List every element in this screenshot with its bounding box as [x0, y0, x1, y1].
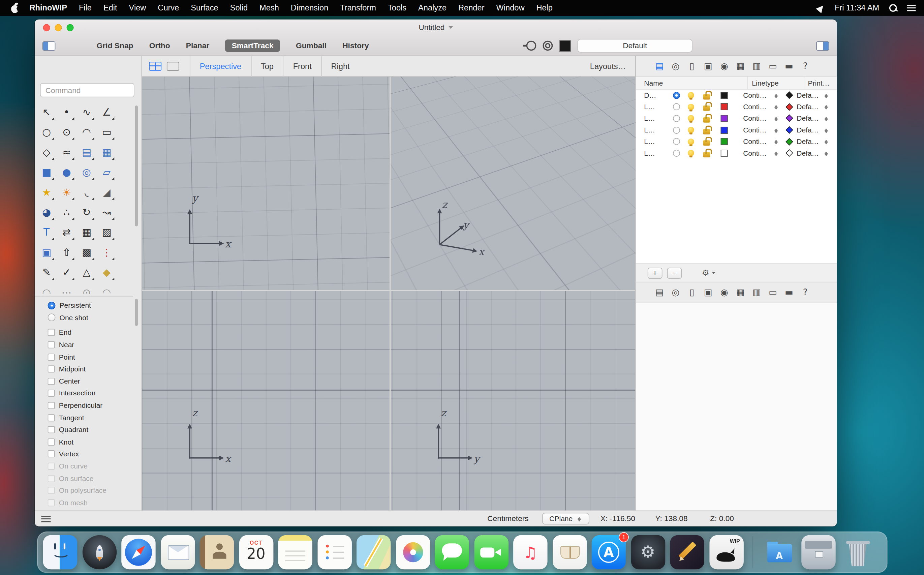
column-header-print[interactable]: Print…: [804, 79, 830, 87]
dock-calendar[interactable]: OCT 20: [239, 535, 273, 569]
dock-reminders[interactable]: [318, 535, 351, 569]
checkbox[interactable]: [48, 366, 55, 373]
dock-books[interactable]: [552, 535, 586, 569]
layer-visibility-bulb-icon[interactable]: [688, 92, 694, 98]
left-sidebar-toggle-icon[interactable]: [43, 41, 55, 51]
layouts-button[interactable]: Layouts…: [590, 62, 628, 70]
checkbox[interactable]: [48, 438, 55, 446]
dock-archive[interactable]: [801, 535, 835, 569]
help-panel-icon[interactable]: ?: [801, 287, 810, 297]
print-color-diamond[interactable]: [786, 138, 793, 145]
layer-linetype[interactable]: Conti…: [743, 103, 770, 111]
freeform-curve-tool[interactable]: ≈: [57, 142, 76, 162]
properties-panel-icon[interactable]: ◎: [671, 61, 680, 71]
cplane-widget-icon[interactable]: [526, 41, 537, 51]
menu-item[interactable]: Mesh: [254, 3, 285, 12]
analyze-tool[interactable]: △: [76, 262, 96, 282]
notes-panel-icon[interactable]: ▯: [687, 61, 697, 71]
box-tool[interactable]: ■: [37, 162, 56, 182]
osnap-option-row[interactable]: On surface: [48, 472, 133, 484]
mode-toggle[interactable]: Grid Snap: [97, 41, 133, 50]
layer-lock-icon[interactable]: [703, 152, 710, 157]
layers-panel-icon[interactable]: ▤: [655, 61, 664, 71]
radio-button[interactable]: [48, 314, 56, 322]
display-panel-icon[interactable]: ▬: [784, 287, 794, 297]
array-tool[interactable]: ▦: [76, 222, 96, 242]
ellipse-tool[interactable]: ⊙: [57, 122, 76, 142]
curve-tool[interactable]: ∿: [76, 102, 96, 122]
linetype-stepper[interactable]: [773, 149, 779, 157]
column-header-name[interactable]: Name: [636, 76, 748, 89]
text-tool[interactable]: T: [37, 222, 56, 242]
dock-system-preferences[interactable]: ⚙: [631, 535, 665, 569]
osnap-persistence-row[interactable]: Persistent: [48, 299, 133, 311]
fillet-tool[interactable]: ◟: [76, 182, 96, 202]
camera-panel-icon[interactable]: ◉: [719, 61, 729, 71]
menu-item[interactable]: Window: [490, 3, 530, 12]
menu-item[interactable]: Transform: [334, 3, 382, 12]
layer-linetype[interactable]: Conti…: [743, 114, 770, 122]
linetype-stepper[interactable]: [773, 138, 779, 146]
move-tool[interactable]: ⇄: [57, 222, 76, 242]
dock-photos[interactable]: [395, 535, 430, 569]
layer-row[interactable]: L… Conti… Defa…: [636, 113, 837, 124]
viewport-right[interactable]: z y: [391, 291, 635, 511]
dock-notes[interactable]: [278, 535, 312, 569]
layer-linetype[interactable]: Conti…: [743, 126, 770, 134]
tool-palette-scrollbar[interactable]: [135, 105, 138, 226]
four-viewport-layout-icon[interactable]: [149, 62, 161, 70]
display-mode-select[interactable]: Default: [578, 39, 692, 52]
fill-tool[interactable]: ◆: [97, 262, 117, 282]
current-layer-radio[interactable]: [673, 115, 680, 122]
current-layer-radio[interactable]: [673, 150, 680, 157]
print-width-stepper[interactable]: [824, 138, 829, 146]
layer-row[interactable]: L… Conti… Defa…: [636, 124, 837, 136]
loft-tool[interactable]: ▤: [76, 142, 96, 162]
osnap-option-row[interactable]: On polysurface: [48, 484, 133, 496]
dock-facetime[interactable]: [474, 535, 508, 569]
remove-layer-button[interactable]: −: [667, 267, 682, 278]
layer-row[interactable]: D… Conti… Defa…: [636, 90, 837, 101]
menu-item[interactable]: Solid: [224, 3, 253, 12]
layer-lock-icon[interactable]: [703, 129, 710, 134]
viewport-tab[interactable]: Front: [283, 56, 321, 76]
dock-safari[interactable]: [121, 535, 156, 569]
checkbox[interactable]: [48, 342, 55, 348]
display-panel-icon[interactable]: ▬: [784, 61, 794, 71]
checkbox[interactable]: [48, 329, 55, 337]
dock-rhino-wip[interactable]: WIP: [709, 535, 743, 569]
layer-print-width[interactable]: Defa…: [797, 149, 820, 157]
arc-tool[interactable]: ◠: [76, 122, 96, 142]
layers-panel-icon[interactable]: ▤: [655, 287, 664, 297]
check-tool[interactable]: ✓: [57, 262, 76, 282]
layer-visibility-bulb-icon[interactable]: [688, 127, 694, 133]
linetype-stepper[interactable]: [773, 126, 779, 134]
menu-item[interactable]: Edit: [97, 3, 123, 12]
dock-launchpad[interactable]: [82, 535, 116, 569]
layer-linetype[interactable]: Conti…: [743, 149, 770, 157]
osnap-option-row[interactable]: Near: [48, 339, 133, 351]
osnap-option-row[interactable]: Quadrant: [48, 424, 133, 436]
dock-app-store[interactable]: A 1: [592, 535, 626, 569]
layer-lock-icon[interactable]: [703, 106, 710, 111]
print-color-diamond[interactable]: [786, 114, 793, 122]
layer-print-width[interactable]: Defa…: [797, 114, 820, 122]
active-color-swatch[interactable]: [559, 40, 571, 52]
rectangle-tool[interactable]: ▭: [97, 122, 117, 142]
cplane-select[interactable]: CPlane: [542, 513, 589, 524]
flow-tool[interactable]: ↝: [97, 202, 117, 222]
osnap-option-row[interactable]: Vertex: [48, 448, 133, 460]
circle-tool[interactable]: ○: [37, 122, 56, 142]
mode-toggle[interactable]: Ortho: [149, 41, 170, 50]
radio-button[interactable]: [48, 302, 56, 310]
layer-color-swatch[interactable]: [721, 138, 728, 145]
hatch-tool[interactable]: ▨: [97, 222, 117, 242]
current-layer-radio[interactable]: [673, 126, 680, 133]
checkbox[interactable]: [48, 499, 55, 506]
checkbox[interactable]: [48, 378, 55, 385]
layout-panel-icon[interactable]: ▭: [768, 61, 777, 71]
menu-item[interactable]: Render: [452, 3, 490, 12]
osnap-option-row[interactable]: Center: [48, 375, 133, 387]
mesh-panel-icon[interactable]: ▦: [736, 287, 745, 297]
print-color-diamond[interactable]: [786, 103, 793, 111]
